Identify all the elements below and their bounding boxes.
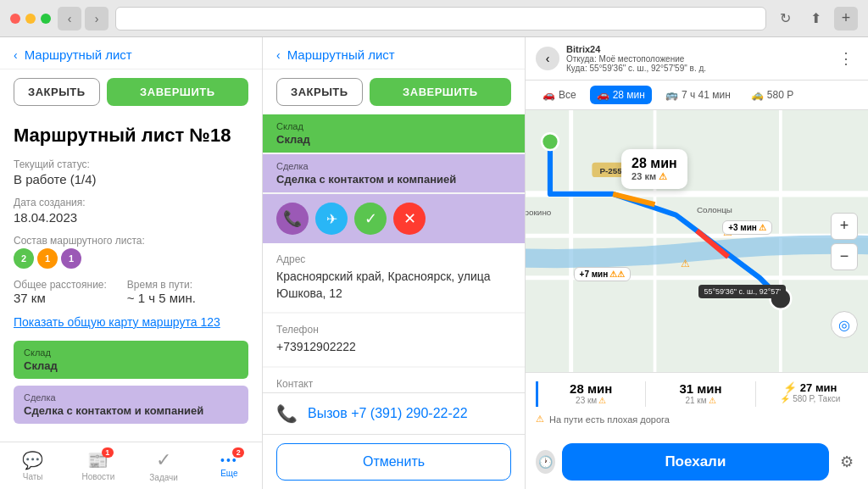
- middle-finish-button[interactable]: ЗАВЕРШИТЬ: [370, 78, 511, 106]
- call-bar[interactable]: 📞 Вызов +7 (391) 290-22-22: [263, 392, 525, 434]
- tab-transit-label: 7 ч 41 мин: [682, 89, 731, 101]
- map-settings-button[interactable]: ⚙: [836, 448, 858, 475]
- news-badge: 1: [102, 447, 114, 458]
- address-value: Красноярский край, Красноярск, улица Юшк…: [276, 269, 511, 302]
- composition-dots: 2 1 1: [14, 248, 248, 269]
- map-header: ‹ Bitrix24 Откуда: Моё местоположение Ку…: [526, 37, 868, 81]
- warehouse-name: Склад: [24, 359, 238, 372]
- tab-transit[interactable]: 🚌 7 ч 41 мин: [659, 86, 737, 104]
- middle-panel-body: Склад Склад Сделка Сделка с контактом и …: [263, 114, 525, 392]
- deal-name: Сделка с контактом и компанией: [24, 404, 238, 417]
- close-window-btn[interactable]: [10, 14, 20, 24]
- bubble-time: 28 мин: [632, 156, 677, 171]
- contact-label: Контакт: [276, 378, 511, 390]
- middle-deal-label: Сделка: [276, 161, 511, 171]
- middle-panel-title: Маршрутный лист: [287, 47, 395, 62]
- minimize-window-btn[interactable]: [25, 14, 36, 24]
- route-options-row: 28 мин 23 км ⚠ 31 мин: [536, 381, 858, 407]
- route-option-3[interactable]: ⚡ 27 мин ⚡ 580 Р, Такси: [763, 381, 858, 407]
- go-button[interactable]: Поехали: [562, 443, 829, 481]
- tab-all[interactable]: 🚗 Все: [536, 86, 583, 104]
- left-panel-title: Маршрутный лист: [25, 47, 132, 62]
- map-more-button[interactable]: ⋮: [834, 47, 858, 70]
- option1-warn-icon: ⚠: [598, 396, 606, 405]
- maximize-window-btn[interactable]: [41, 14, 51, 24]
- map-header-left: ‹ Bitrix24 Откуда: Моё местоположение Ку…: [536, 44, 706, 73]
- left-close-button[interactable]: ЗАКРЫТЬ: [14, 78, 100, 106]
- map-controls: + −: [831, 213, 858, 270]
- distance-row: Общее расстояние: 37 км Время в пути: ~ …: [14, 279, 248, 305]
- action-buttons-row: 📞 ✈ ✓ ✕: [263, 194, 525, 243]
- address-section: Адрес Красноярский край, Красноярск, ули…: [263, 243, 525, 312]
- map-link[interactable]: Показать общую карту маршрута 123: [14, 315, 248, 329]
- tab-all-icon: 🚗: [542, 89, 555, 101]
- left-finish-button[interactable]: ЗАВЕРШИТЬ: [107, 78, 248, 106]
- svg-text:Дрокино: Дрокино: [526, 208, 552, 217]
- route-item-deal[interactable]: Сделка Сделка с контактом и компанией: [14, 386, 248, 424]
- bottom-nav: 💬 Чаты 1 📰 Новости ✓ Задачи 2 ••• Еще: [0, 442, 262, 489]
- middle-deal-item[interactable]: Сделка Сделка с контактом и компанией: [263, 154, 525, 192]
- option2-time: 31 мин: [653, 381, 748, 396]
- middle-deal-name: Сделка с контактом и компанией: [276, 173, 511, 186]
- phone-action-button[interactable]: 📞: [276, 203, 309, 235]
- zoom-in-button[interactable]: +: [831, 213, 858, 240]
- telegram-action-button[interactable]: ✈: [315, 203, 348, 235]
- forward-button[interactable]: ›: [85, 7, 108, 31]
- nav-item-more[interactable]: 2 ••• Еще: [197, 442, 262, 489]
- route-option-2[interactable]: 31 мин 21 км ⚠: [653, 381, 748, 407]
- coord-badge: 55°59'36" с. ш., 92°57': [698, 285, 786, 298]
- call-number: Вызов +7 (391) 290-22-22: [308, 406, 468, 421]
- add-tab-button[interactable]: +: [834, 7, 858, 31]
- bubble-dist: 23 км ⚠: [632, 171, 677, 182]
- back-button[interactable]: ‹: [58, 7, 81, 31]
- svg-text:Р-255: Р-255: [599, 166, 622, 175]
- map-to-label: Куда: 55°59'36" с. ш., 92°57'59" в. д.: [566, 64, 706, 73]
- compass-button[interactable]: ◎: [831, 311, 858, 338]
- cancel-button[interactable]: Отменить: [276, 443, 511, 481]
- route-option-1[interactable]: 28 мин 23 км ⚠: [536, 381, 638, 407]
- news-label: Новости: [82, 472, 115, 481]
- dot-green: 2: [14, 248, 34, 269]
- composition-label: Состав маршрутного листа:: [14, 235, 248, 247]
- route-item-warehouse[interactable]: Склад Склад: [14, 341, 248, 379]
- plus3-label: +3 мин ⚠: [722, 220, 772, 235]
- tab-walk-label: 580 Р: [767, 89, 793, 101]
- tab-car-active[interactable]: 🚗 28 мин: [590, 86, 652, 104]
- address-bar[interactable]: [115, 7, 766, 31]
- clock-icon: 🕐: [538, 455, 553, 469]
- map-panel: ‹ Bitrix24 Откуда: Моё местоположение Ку…: [526, 37, 868, 489]
- nav-item-news[interactable]: 1 📰 Новости: [65, 442, 131, 489]
- warning-text-icon: ⚠: [536, 414, 544, 425]
- option3-dist: ⚡ 580 Р, Такси: [763, 394, 858, 403]
- browser-window: ‹ › ↻ ⬆ + ‹ Маршрутный лист ЗАКРЫТЬ ЗАВЕ…: [0, 0, 868, 489]
- content-area: ‹ Маршрутный лист ЗАКРЫТЬ ЗАВЕРШИТЬ Марш…: [0, 37, 868, 489]
- map-svg: Р-255 Дрокино Солонцы ⚠ ⚠ ⚠: [526, 110, 868, 372]
- share-button[interactable]: ⬆: [804, 7, 827, 31]
- map-back-button[interactable]: ‹: [536, 47, 559, 70]
- map-route-options: 28 мин 23 км ⚠ 31 мин: [526, 372, 868, 436]
- tab-walk[interactable]: 🚕 580 Р: [744, 86, 800, 104]
- svg-text:⚠: ⚠: [681, 258, 690, 270]
- nav-item-tasks[interactable]: ✓ Задачи: [131, 442, 197, 489]
- plus7-label: +7 мин ⚠⚠: [574, 267, 632, 281]
- nav-buttons: ‹ ›: [58, 7, 108, 31]
- tasks-label: Задачи: [149, 473, 178, 482]
- middle-close-button[interactable]: ЗАКРЫТЬ: [276, 78, 363, 106]
- map-from-label: Откуда: Моё местоположение: [566, 54, 706, 64]
- zoom-out-button[interactable]: −: [831, 243, 858, 270]
- contact-section: Контакт Скайвей624: [263, 368, 525, 392]
- close-action-button[interactable]: ✕: [393, 203, 426, 235]
- time-label: Время в пути:: [127, 279, 196, 291]
- middle-back-arrow[interactable]: ‹: [276, 48, 281, 62]
- status-label: Текущий статус:: [14, 158, 248, 170]
- phone-section: Телефон +73912902222: [263, 314, 525, 366]
- warning-triangle-icon: ⚠: [659, 171, 667, 181]
- option1-time: 28 мин: [543, 381, 638, 396]
- left-back-arrow[interactable]: ‹: [14, 48, 18, 62]
- cancel-btn-bar: Отменить: [263, 434, 525, 489]
- refresh-button[interactable]: ↻: [773, 7, 797, 31]
- middle-warehouse-item[interactable]: Склад Склад: [263, 114, 525, 153]
- nav-item-chats[interactable]: 💬 Чаты: [0, 442, 65, 489]
- tab-all-label: Все: [559, 89, 576, 101]
- check-action-button[interactable]: ✓: [354, 203, 387, 235]
